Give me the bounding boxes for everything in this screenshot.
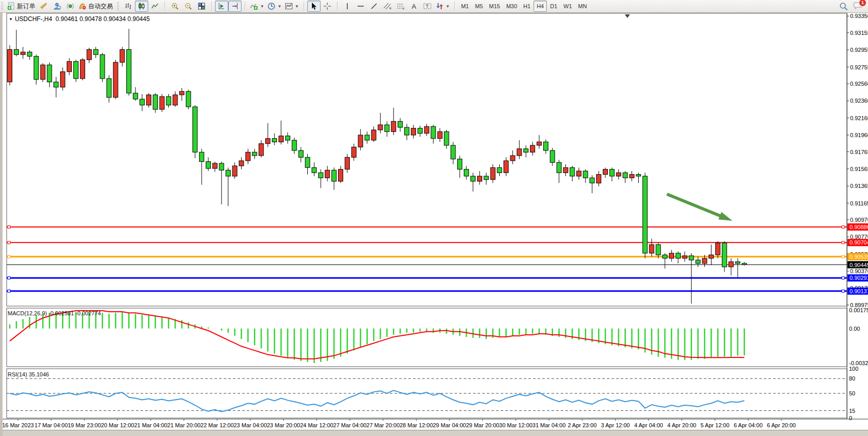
candle <box>438 131 442 138</box>
vertical-line-button[interactable] <box>341 1 354 12</box>
candle <box>643 176 647 253</box>
bar-chart-icon <box>124 2 132 10</box>
timeframe-h4[interactable]: H4 <box>534 1 547 12</box>
timeframe-mn[interactable]: MN <box>575 1 590 12</box>
zoom-out-button[interactable] <box>182 1 195 12</box>
periods-button[interactable]: ▼ <box>266 1 283 12</box>
candle <box>246 152 250 161</box>
candle <box>8 49 12 82</box>
timeframe-h1[interactable]: H1 <box>520 1 534 12</box>
text-label-button[interactable]: T <box>421 1 434 12</box>
line-chart-button[interactable] <box>148 1 162 12</box>
templates-caret: ▼ <box>295 4 299 9</box>
notification-badge: 1 <box>859 0 866 7</box>
candle <box>424 126 429 133</box>
candle <box>722 243 727 267</box>
svg-text:24 Mar 12:00: 24 Mar 12:00 <box>300 422 333 428</box>
svg-text:31 Mar 04:00: 31 Mar 04:00 <box>532 422 566 428</box>
toolbar-grip[interactable] <box>1 2 3 10</box>
autoscroll-button[interactable] <box>215 1 228 12</box>
fibonacci-icon: F <box>396 2 405 10</box>
cursor-button[interactable] <box>307 1 321 12</box>
candle <box>279 136 283 142</box>
toolbar-grip[interactable] <box>117 2 119 10</box>
candle <box>93 49 98 54</box>
chart-shift-button[interactable] <box>228 1 242 12</box>
cursor-arrow-icon <box>310 2 318 10</box>
svg-text:0.90445: 0.90445 <box>850 262 868 268</box>
candle <box>292 140 297 150</box>
candle <box>21 52 25 54</box>
text-button[interactable]: A <box>407 1 421 12</box>
timeframe-group: M1M5M15M30H1H4D1W1MN <box>457 0 591 12</box>
crosshair-button[interactable] <box>321 1 334 12</box>
line-chart-icon <box>151 2 159 10</box>
candle <box>431 126 436 138</box>
candle <box>543 142 548 150</box>
timeframe-m30[interactable]: M30 <box>503 1 520 12</box>
svg-text:0.91165: 0.91165 <box>850 200 868 206</box>
bar-chart-button[interactable] <box>122 1 135 12</box>
price-tag: 0.90445 <box>847 261 868 269</box>
candle <box>120 49 125 62</box>
trade-group: 新订单 自动交易 <box>4 0 116 12</box>
candle <box>14 49 18 54</box>
svg-text:0: 0 <box>849 415 852 421</box>
search-icon[interactable] <box>839 2 848 11</box>
price-axis[interactable]: 0.933500.931550.929550.927550.925600.923… <box>847 12 868 430</box>
price-tag: 0.90704 <box>847 239 868 246</box>
channel-button[interactable]: E <box>381 1 394 12</box>
svg-text:0.92160: 0.92160 <box>850 115 868 121</box>
svg-text:50: 50 <box>849 390 855 396</box>
templates-button[interactable]: ▼ <box>283 1 301 12</box>
candle <box>524 149 528 153</box>
candle <box>239 161 244 166</box>
price-chart[interactable]: 0.933500.931550.929550.927550.925600.923… <box>3 12 868 430</box>
svg-text:-0.003284: -0.003284 <box>849 360 868 366</box>
timeframe-m15[interactable]: M15 <box>486 1 503 12</box>
indicators-caret: ▼ <box>260 4 264 9</box>
candle <box>226 170 230 176</box>
arrows-tool-button[interactable]: ▼ <box>434 1 451 12</box>
candle <box>385 125 389 131</box>
candle <box>87 49 91 60</box>
indicators-button[interactable]: ▼ <box>248 1 266 12</box>
svg-text:0.92955: 0.92955 <box>850 47 868 53</box>
text-tool-label: A <box>411 3 416 10</box>
autotrading-label: 自动交易 <box>88 2 113 11</box>
tile-windows-button[interactable] <box>195 1 208 12</box>
new-order-button[interactable]: 新订单 <box>6 1 37 12</box>
chat-button[interactable]: 1 <box>853 2 863 11</box>
candle <box>550 150 555 162</box>
zoom-in-button[interactable] <box>168 1 182 12</box>
candle <box>113 62 118 97</box>
candle <box>729 262 734 267</box>
candle <box>160 97 164 109</box>
svg-text:27 Mar 20:00: 27 Mar 20:00 <box>366 422 400 428</box>
metaeditor-button[interactable] <box>37 1 50 12</box>
candle <box>504 161 508 173</box>
candle <box>166 97 171 105</box>
autotrading-button[interactable]: 自动交易 <box>77 1 114 12</box>
svg-text:22 Mar 12:00: 22 Mar 12:00 <box>201 422 234 428</box>
signal-button[interactable] <box>64 1 77 12</box>
horizontal-line-button[interactable] <box>354 1 367 12</box>
fibonacci-button[interactable]: F <box>394 1 407 12</box>
candle <box>636 175 641 176</box>
chevron-down-icon: ▼ <box>9 17 13 22</box>
timeframe-m5[interactable]: M5 <box>472 1 486 12</box>
symbol-period-label: USDCHF-,H4 <box>15 15 52 23</box>
chart-window[interactable]: ▼USDCHF-,H4 0.90461 0.90478 0.90434 0.90… <box>0 12 868 436</box>
timeframe-d1[interactable]: D1 <box>547 1 560 12</box>
svg-text:4 Apr 04:00: 4 Apr 04:00 <box>634 422 663 428</box>
candle <box>510 156 515 161</box>
candlestick-chart-button[interactable] <box>135 1 148 12</box>
publisher-button[interactable] <box>50 1 64 12</box>
candle <box>696 260 700 263</box>
trendline-button[interactable] <box>367 1 381 12</box>
timeframe-w1[interactable]: W1 <box>560 1 575 12</box>
timeframe-m1[interactable]: M1 <box>458 1 472 12</box>
candle <box>530 145 535 152</box>
candle <box>173 95 177 105</box>
svg-text:3 Apr 12:00: 3 Apr 12:00 <box>601 422 629 428</box>
